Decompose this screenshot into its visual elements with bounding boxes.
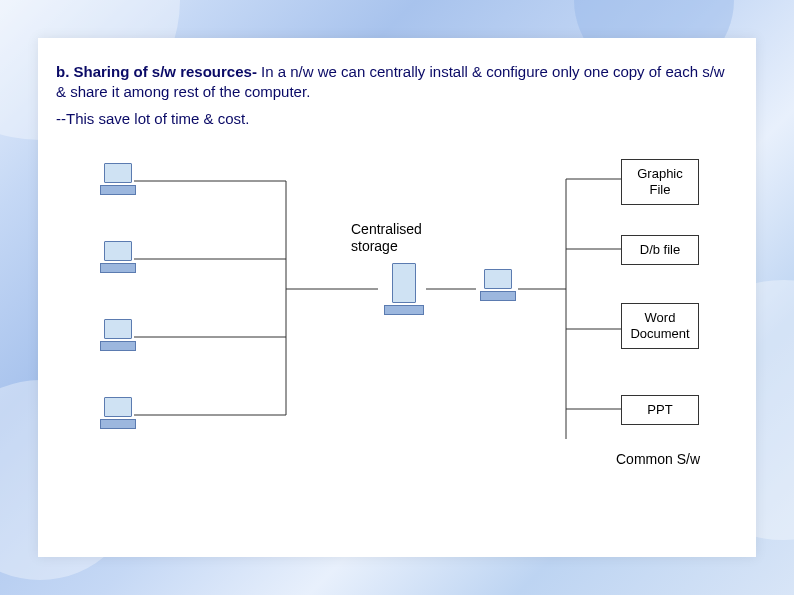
file-box-graphic: Graphic File [621,159,699,206]
computer-icon [480,269,516,303]
central-storage-label: Centralised storage [351,221,451,256]
computer-icon [100,397,136,431]
file-box-db: D/b file [621,235,699,265]
diagram: Centralised storage Graphic File D/b fil… [56,139,738,519]
heading-bold: b. Sharing of s/w resources- [56,63,257,80]
computer-icon [100,241,136,275]
central-storage-icon [382,263,426,313]
common-sw-label: Common S/w [616,451,700,469]
file-box-word: Word Document [621,303,699,350]
heading-paragraph: b. Sharing of s/w resources- In a n/w we… [56,62,738,103]
heading-line2: --This save lot of time & cost. [56,109,738,129]
slide-panel: b. Sharing of s/w resources- In a n/w we… [38,38,756,557]
file-box-ppt: PPT [621,395,699,425]
computer-icon [100,319,136,353]
computer-icon [100,163,136,197]
